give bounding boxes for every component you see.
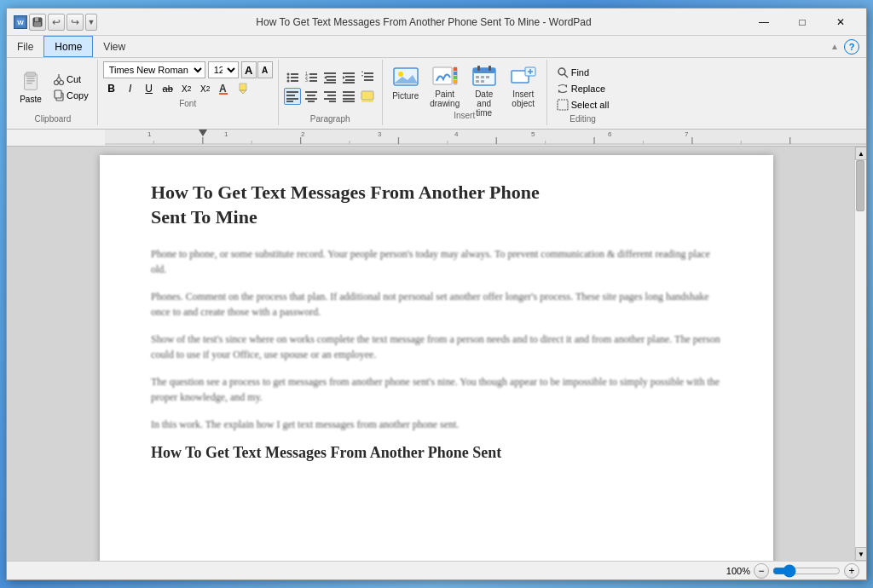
menu-file[interactable]: File — [7, 36, 43, 57]
line-spacing-button[interactable] — [359, 69, 376, 86]
paste-button[interactable]: Paste — [14, 63, 48, 111]
scroll-up-button[interactable]: ▲ — [855, 147, 866, 160]
cut-copy-stack: Cut Copy — [49, 72, 92, 103]
menu-home[interactable]: Home — [43, 36, 93, 57]
quick-access-redo-button[interactable]: ↪ — [66, 14, 84, 31]
svg-point-11 — [60, 80, 64, 84]
svg-marker-45 — [361, 71, 363, 72]
font-size-select[interactable]: 12 10 14 16 — [208, 61, 239, 78]
scroll-down-button[interactable]: ▼ — [855, 547, 866, 561]
find-button[interactable]: Find — [552, 65, 614, 80]
minimize-button[interactable]: — — [745, 10, 783, 34]
zoom-slider[interactable] — [772, 565, 841, 577]
titlebar: W ↩ ↪ ▼ How To — [7, 9, 866, 36]
scroll-thumb[interactable] — [856, 160, 864, 211]
ribbon-group-font: Times New Roman Arial Calibri 12 10 14 1… — [100, 60, 279, 125]
font-color-button[interactable]: A — [216, 80, 233, 97]
maximize-button[interactable]: □ — [783, 10, 821, 34]
svg-rect-80 — [486, 76, 489, 78]
svg-rect-60 — [343, 95, 355, 96]
svg-rect-75 — [473, 68, 495, 73]
svg-rect-39 — [345, 79, 355, 81]
svg-marker-46 — [361, 75, 363, 77]
increase-indent-button[interactable] — [340, 69, 357, 86]
ribbon: Paste Cut — [7, 58, 866, 130]
strikethrough-button[interactable]: ab — [159, 80, 176, 97]
align-left-button[interactable] — [284, 88, 301, 105]
svg-rect-79 — [481, 76, 484, 78]
quick-access-save-button[interactable] — [29, 14, 46, 31]
svg-point-87 — [558, 68, 565, 75]
replace-label: Replace — [571, 84, 605, 94]
justify-button[interactable] — [340, 88, 357, 105]
cut-label: Cut — [66, 74, 81, 84]
svg-rect-62 — [343, 101, 355, 102]
font-shrink-button[interactable]: A — [257, 61, 273, 78]
clipboard-label: Clipboard — [14, 114, 92, 124]
svg-rect-8 — [26, 80, 34, 81]
svg-rect-31 — [309, 80, 317, 82]
picture-button[interactable]: Picture — [388, 61, 424, 109]
align-right-button[interactable] — [321, 88, 338, 105]
bullets-button[interactable] — [284, 69, 301, 86]
subscript-button[interactable]: X2 — [178, 80, 195, 97]
paste-label: Paste — [20, 95, 42, 104]
zoom-out-button[interactable]: − — [754, 563, 769, 579]
font-family-select[interactable]: Times New Roman Arial Calibri — [103, 61, 205, 78]
svg-rect-71 — [454, 72, 457, 75]
font-row2: B I U ab X2 X2 A — [103, 80, 273, 97]
document-paragraph-5: In this work. The explain how I get text… — [151, 417, 722, 432]
window-controls: — □ ✕ — [745, 10, 859, 34]
menu-view[interactable]: View — [93, 36, 136, 57]
insert-object-button[interactable]: Insertobject — [506, 61, 541, 109]
paint-drawing-button[interactable]: Paintdrawing — [427, 61, 463, 109]
wordpad-window: W ↩ ↪ ▼ How To — [6, 8, 867, 580]
svg-text:W: W — [17, 19, 24, 26]
ribbon-minimize-button[interactable]: ▲ — [830, 42, 839, 51]
svg-rect-18 — [219, 93, 228, 95]
svg-rect-52 — [307, 95, 315, 96]
svg-point-20 — [286, 73, 289, 76]
insert-label: Insert — [388, 111, 541, 120]
bold-button[interactable]: B — [103, 80, 120, 97]
datetime-button[interactable]: Date andtime — [466, 61, 502, 109]
background-color-button[interactable] — [359, 88, 376, 105]
quick-access-undo-button[interactable]: ↩ — [48, 14, 65, 31]
svg-rect-7 — [26, 78, 34, 78]
italic-button[interactable]: I — [122, 80, 139, 97]
customize-qat-button[interactable]: ▼ — [85, 14, 97, 31]
close-button[interactable]: ✕ — [822, 10, 859, 34]
app-icon: W — [14, 15, 27, 29]
replace-button[interactable]: Replace — [552, 81, 614, 96]
svg-text:3.: 3. — [305, 78, 309, 83]
svg-rect-53 — [305, 98, 317, 100]
svg-rect-82 — [481, 80, 484, 83]
numbering-button[interactable]: 1. 2. 3. — [303, 69, 320, 86]
ruler: 1 1 2 3 4 5 6 7 — [7, 130, 866, 147]
svg-rect-25 — [291, 80, 298, 82]
scroll-track[interactable] — [855, 160, 866, 547]
font-group-content: Times New Roman Arial Calibri 12 10 14 1… — [103, 61, 273, 97]
decrease-indent-button[interactable] — [321, 69, 338, 86]
copy-button[interactable]: Copy — [49, 88, 92, 103]
statusbar: 100% − + — [7, 561, 866, 579]
scrollbar-vertical[interactable]: ▲ ▼ — [854, 147, 866, 561]
paste-icon — [20, 71, 42, 93]
document-page[interactable]: How To Get Text Messages From Another Ph… — [100, 155, 773, 561]
svg-rect-29 — [309, 77, 317, 78]
svg-rect-37 — [343, 72, 355, 74]
svg-rect-21 — [291, 73, 298, 75]
select-all-button[interactable]: Select all — [552, 97, 614, 112]
font-grow-button[interactable]: A — [241, 61, 257, 78]
svg-rect-72 — [454, 76, 457, 79]
underline-button[interactable]: U — [141, 80, 158, 97]
help-button[interactable]: ? — [844, 39, 859, 55]
svg-rect-4 — [34, 22, 41, 26]
svg-point-10 — [55, 80, 59, 84]
svg-rect-34 — [327, 79, 336, 81]
cut-button[interactable]: Cut — [49, 72, 92, 87]
align-center-button[interactable] — [303, 88, 320, 105]
zoom-in-button[interactable]: + — [844, 563, 859, 579]
highlight-color-button[interactable] — [234, 80, 251, 97]
superscript-button[interactable]: X2 — [197, 80, 214, 97]
